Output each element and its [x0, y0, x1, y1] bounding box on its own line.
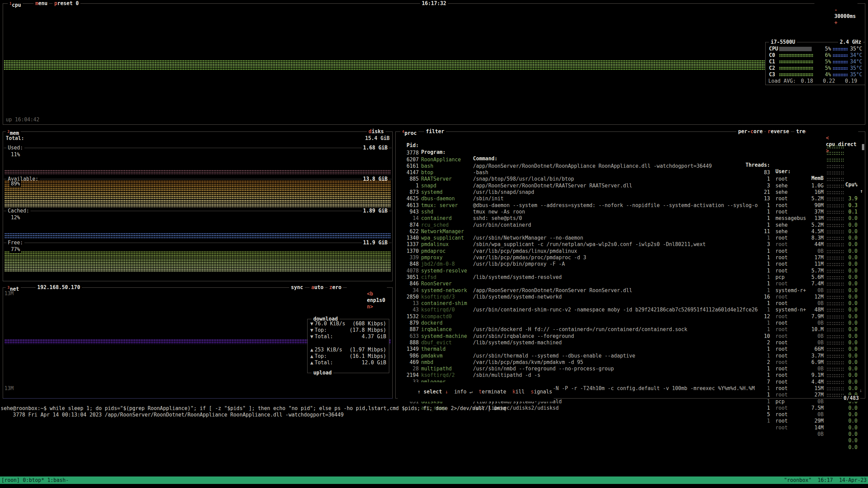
- cpu-model-label: i7-5500U: [769, 39, 797, 45]
- cpu-box: 1cpu menu preset 0 16:17:32 - 30000ms + …: [3, 3, 865, 125]
- process-row[interactable]: 873 dbus-daemon @dbus-daemon --system --…: [396, 183, 865, 189]
- process-row[interactable]: 14 rcu_sched 1 root 0B 0.0: [396, 209, 865, 215]
- process-row[interactable]: 848 systemd-resolve /lib/systemd/systemd…: [396, 255, 865, 261]
- process-cpu-mini-graph: [827, 373, 844, 378]
- mem-free-divider: Free: 11.9 GiB: [4, 240, 392, 246]
- process-row[interactable]: 986 nmbd /usr/sbin/nmbd --foreground --n…: [396, 346, 865, 352]
- up-arrow-icon: ▲: [310, 347, 313, 353]
- process-row[interactable]: 6207 bash -bash 1 sehe 16M 0.3: [396, 150, 865, 156]
- process-cpu-mini-graph: [827, 393, 844, 397]
- core-usage-graph: [779, 60, 813, 64]
- process-cpu-mini-graph: [827, 269, 844, 273]
- process-row[interactable]: 2850 containerd-shim /usr/bin/containerd…: [396, 287, 865, 294]
- iface-name: enp1s0: [367, 297, 385, 303]
- tmux-session-windows[interactable]: [roon] 0:btop* 1:bash-: [1, 476, 69, 484]
- mem-cached-graph: [4, 233, 391, 239]
- mem-cached-percent: 12%: [10, 215, 21, 221]
- process-row[interactable]: 846 systemd-network /lib/systemd/systemd…: [396, 274, 865, 281]
- core-row: C2 5% 35°C: [766, 65, 865, 72]
- net-auto-button[interactable]: auto: [310, 284, 325, 291]
- process-row[interactable]: 4625 tmux: server tmux new -As roon 1 se…: [396, 189, 865, 196]
- process-cpu-mini-graph: [827, 308, 844, 312]
- process-cpu-mini-graph: [827, 197, 844, 201]
- process-cpu-mini-graph: [827, 328, 844, 332]
- process-row[interactable]: 339 jbd2/dm-0-8 1 root 0B 0.0: [396, 248, 865, 255]
- kill-button[interactable]: kill: [512, 389, 525, 395]
- process-row[interactable]: 28 ksoftirqd/2 1 root 0B 0.0: [396, 359, 865, 366]
- download-top-row: ▼Top:(17.8 Mibps): [310, 327, 386, 333]
- process-row[interactable]: 1370 pmproxy /usr/lib/pcp/bin/pmproxy -F…: [396, 241, 865, 248]
- process-cpu-mini-graph: [827, 289, 844, 293]
- process-cpu-mini-graph: [827, 151, 844, 155]
- iface-prev-button[interactable]: <b: [367, 291, 373, 297]
- scroll-down-indicator[interactable]: ↓: [859, 387, 862, 393]
- net-ip-address: 192.168.50.170: [36, 284, 82, 291]
- process-cpu-mini-graph: [827, 230, 844, 234]
- process-row[interactable]: 885 snapd /usr/lib/snapd/snapd 13 root 3…: [396, 169, 865, 176]
- process-row[interactable]: 1532 dockerd /usr/bin/dockerd -H fd:// -…: [396, 307, 865, 313]
- filter-button[interactable]: filter: [424, 128, 446, 135]
- process-cpu-mini-graph: [827, 334, 844, 339]
- core-row: C0 6% 34°C: [766, 52, 865, 59]
- process-cpu-mini-graph: [827, 171, 844, 175]
- select-button[interactable]: ↑ select ↓: [417, 389, 448, 395]
- menu-button[interactable]: menu: [34, 0, 49, 7]
- process-row[interactable]: 6161 btop /snap/btop/598/usr/local/bin/b…: [396, 157, 865, 163]
- preset-button[interactable]: preset 0: [53, 0, 80, 7]
- process-row[interactable]: 874 NetworkManager /usr/sbin/NetworkMana…: [396, 215, 865, 222]
- process-row[interactable]: 2194 pmlogger /usr/lib/pcp/bin/pmlogger …: [396, 366, 865, 372]
- process-row[interactable]: 633 dbuf_evict 1 root 0B 0.0: [396, 326, 865, 333]
- shell-command-line: sehe@roonbox:~$ while sleep 1; do pids="…: [1, 405, 506, 412]
- reverse-toggle[interactable]: reverse: [766, 128, 791, 135]
- net-zero-button[interactable]: zero: [328, 284, 343, 291]
- iface-next-button[interactable]: n>: [367, 304, 373, 310]
- process-row[interactable]: 887 systemd-machine /lib/systemd/systemd…: [396, 320, 865, 326]
- process-row[interactable]: 4613 sshd sshd: sehe@pts/0 1 sehe 8.3M 0…: [396, 196, 865, 202]
- process-row[interactable]: 1349 pmdakvm /var/lib/pcp/pmdas/kvm/pmda…: [396, 340, 865, 346]
- process-row[interactable]: 469 multipathd /sbin/multipathd -d -s 7 …: [396, 353, 865, 359]
- process-row[interactable]: 888 thermald /usr/sbin/thermald --system…: [396, 333, 865, 340]
- proc-scrollbar-thumb[interactable]: [862, 144, 864, 150]
- signals-button[interactable]: signals: [531, 389, 552, 395]
- core-usage-graph: [779, 73, 813, 77]
- uptime-label: up 16:04:42: [6, 117, 39, 123]
- up-arrow-icon: ▲: [310, 353, 313, 359]
- disks-toggle-button[interactable]: disks: [367, 128, 386, 135]
- process-row[interactable]: 1340 pmdalinux /var/lib/pcp/pmdas/linux/…: [396, 228, 865, 235]
- load-avg-1m: 0.18: [797, 78, 813, 84]
- net-sync-button[interactable]: sync: [289, 284, 305, 291]
- process-cpu-mini-graph: [827, 217, 844, 221]
- process-row[interactable]: 34 ksoftirqd/3 1 root 0B 0.0: [396, 281, 865, 287]
- tmux-host-clock: "roonbox" 16:17 14-Apr-23: [784, 476, 867, 484]
- process-row[interactable]: 33 migration/3 1 root 0B 0.0: [396, 372, 865, 379]
- load-avg-15m: 0.19: [841, 78, 857, 84]
- process-row[interactable]: 4078 cifsd 1 root 0B 0.0: [396, 261, 865, 267]
- process-row[interactable]: 1 systemd /sbin/init 1 root 13M 0.0: [396, 176, 865, 182]
- process-row[interactable]: 622 wpa_supplicant /sbin/wpa_supplicant …: [396, 222, 865, 228]
- process-cpu-mini-graph: [827, 223, 844, 227]
- tmux-status-bar: [roon] 0:btop* 1:bash- "roonbox" 16:17 1…: [0, 476, 868, 484]
- mem-used-percent: 11%: [10, 151, 21, 158]
- process-row[interactable]: 43 kcompactd0 1 root 0B 0.0: [396, 300, 865, 307]
- cpu-box-title[interactable]: 1cpu: [8, 0, 23, 8]
- per-core-toggle[interactable]: per-core: [736, 128, 764, 135]
- proc-box-title[interactable]: 4proc: [400, 128, 418, 137]
- interval-increase-button[interactable]: +: [834, 20, 837, 26]
- process-row[interactable]: 3778 RoonAppliance /app/RoonServer/RoonD…: [396, 143, 865, 150]
- process-row[interactable]: 13 ksoftirqd/0 1 root 0B 0.0: [396, 294, 865, 300]
- cpu-box-title-label: cpu: [12, 2, 21, 8]
- process-cpu-mini-graph: [827, 282, 844, 286]
- net-download-scale: 13M: [4, 290, 14, 297]
- info-button[interactable]: info ↵: [454, 389, 473, 395]
- cpu-usage-graph: [4, 60, 864, 70]
- proc-box: 4proc filter per-core reverse tree < cpu…: [395, 131, 865, 399]
- process-cpu-mini-graph: [827, 276, 844, 280]
- process-row[interactable]: 943 containerd /usr/bin/containerd 11 ro…: [396, 202, 865, 209]
- process-row[interactable]: 3051 RoonServer /app/RoonServer/RoonDotn…: [396, 268, 865, 274]
- load-avg-row: Load AVG: 0.18 0.22 0.19: [766, 78, 865, 84]
- process-row[interactable]: 4147 RAATServer /app/RoonServer/RoonDotn…: [396, 163, 865, 169]
- terminate-button[interactable]: terminate: [479, 389, 506, 395]
- process-row[interactable]: 1337 pmdaproc /var/lib/pcp/pmdas/proc/pm…: [396, 235, 865, 241]
- process-row[interactable]: 879 irqbalance /usr/sbin/irqbalance --fo…: [396, 313, 865, 320]
- interval-decrease-button[interactable]: -: [834, 7, 837, 13]
